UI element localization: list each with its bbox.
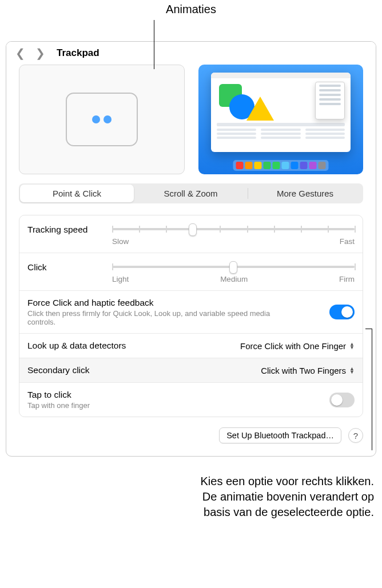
help-button[interactable]: ? — [348, 428, 363, 443]
secondary-click-label: Secondary click — [27, 365, 90, 375]
callout-bottom-text: Kies een optie voor rechts klikken. — [8, 474, 374, 489]
force-click-desc: Click then press firmly for Quick Look, … — [27, 309, 279, 326]
footer-row: Set Up Bluetooth Trackpad… ? — [19, 427, 363, 443]
force-click-label: Force Click and haptic feedback — [27, 298, 279, 308]
chevron-up-down-icon: ▲▼ — [349, 367, 355, 374]
callout-line — [372, 329, 372, 450]
content: Point & Click Scroll & Zoom More Gesture… — [6, 65, 376, 456]
back-button[interactable]: ❮ — [13, 46, 27, 60]
tab-more-gestures[interactable]: More Gestures — [248, 185, 362, 202]
tap-to-click-label: Tap to click — [27, 390, 90, 400]
lookup-value: Force Click with One Finger — [240, 341, 346, 351]
preview-window — [211, 73, 351, 152]
slider-mid-label: Medium — [129, 275, 339, 283]
secondary-click-value: Click with Two Fingers — [261, 366, 346, 375]
tab-bar: Point & Click Scroll & Zoom More Gesture… — [19, 183, 363, 203]
tap-to-click-row: Tap to click Tap with one finger — [19, 383, 363, 417]
lookup-row: Look up & data detectors Force Click wit… — [19, 334, 363, 358]
lookup-popup[interactable]: Force Click with One Finger ▲▼ — [240, 341, 355, 351]
desktop-preview — [198, 65, 363, 174]
tab-scroll-zoom[interactable]: Scroll & Zoom — [134, 185, 248, 202]
tab-point-click[interactable]: Point & Click — [20, 185, 134, 202]
tracking-speed-slider[interactable] — [112, 222, 355, 236]
callout-line — [154, 20, 154, 69]
tracking-speed-row: Tracking speed Slow Fast — [19, 215, 363, 253]
click-label: Click — [27, 260, 102, 273]
callout-bottom-text: De animatie bovenin verandert op — [8, 489, 374, 505]
callout-bottom: Kies een optie voor rechts klikken. De a… — [0, 457, 382, 527]
finger-dot — [104, 115, 112, 123]
context-menu-preview — [315, 82, 345, 119]
click-slider[interactable] — [112, 260, 355, 274]
lookup-label: Look up & data detectors — [27, 341, 126, 351]
slider-max-label: Firm — [339, 275, 355, 283]
tap-to-click-toggle[interactable] — [329, 393, 355, 407]
secondary-click-row: Secondary click Click with Two Fingers ▲… — [19, 358, 363, 383]
trackpad-animation — [19, 65, 185, 174]
force-click-row: Force Click and haptic feedback Click th… — [19, 291, 363, 334]
settings-list: Tracking speed Slow Fast Click — [19, 215, 363, 417]
tracking-speed-label: Tracking speed — [27, 222, 102, 235]
forward-button[interactable]: ❯ — [33, 46, 47, 60]
tap-to-click-desc: Tap with one finger — [27, 401, 90, 410]
trackpad-window: ❮ ❯ Trackpad — [6, 41, 376, 457]
callout-top-text: Animaties — [166, 3, 216, 15]
slider-min-label: Light — [112, 275, 129, 283]
callout-top: Animaties — [0, 0, 382, 41]
finger-dot — [92, 115, 100, 123]
secondary-click-popup[interactable]: Click with Two Fingers ▲▼ — [261, 366, 355, 375]
animation-row — [19, 65, 363, 174]
slider-min-label: Slow — [112, 237, 129, 246]
dock-preview — [233, 160, 329, 171]
titlebar: ❮ ❯ Trackpad — [6, 42, 376, 65]
callout-bottom-text: basis van de geselecteerde optie. — [8, 505, 374, 520]
slider-max-label: Fast — [340, 237, 355, 246]
click-row: Click Light Medium Firm — [19, 253, 363, 291]
bluetooth-trackpad-button[interactable]: Set Up Bluetooth Trackpad… — [219, 427, 341, 443]
force-click-toggle[interactable] — [329, 305, 355, 319]
chevron-up-down-icon: ▲▼ — [349, 342, 355, 349]
page-title: Trackpad — [57, 47, 100, 59]
